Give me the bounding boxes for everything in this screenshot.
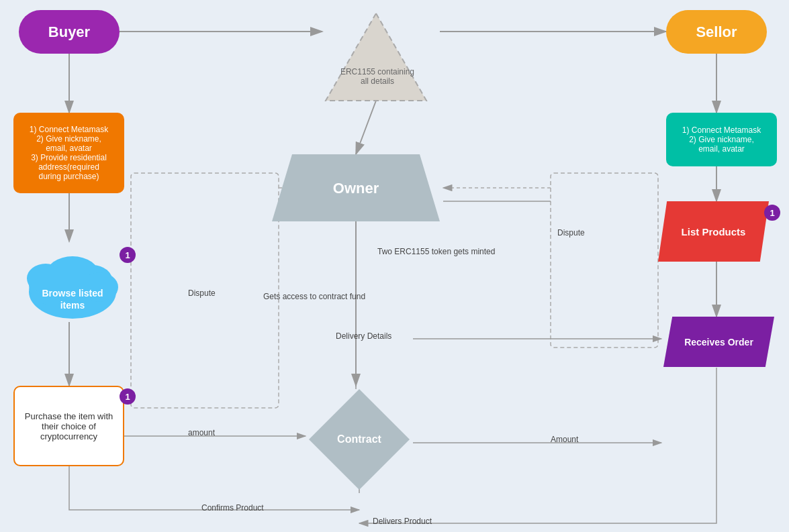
seller-info-text: 1) Connect Metamask 2) Give nickname, em…	[682, 125, 761, 154]
buyer-info-text: 1) Connect Metamask 2) Give nickname, em…	[30, 125, 108, 181]
dispute-right-label: Dispute	[557, 228, 585, 237]
purchase-text: Purchase the item with their choice of c…	[21, 411, 116, 441]
owner-shape: Owner	[272, 154, 440, 221]
two-erc-label: Two ERC1155 token gets minted	[377, 247, 495, 256]
receives-order-node: Receives Order	[663, 317, 774, 367]
buyer-info-box: 1) Connect Metamask 2) Give nickname, em…	[13, 113, 124, 193]
amount-right-label: Amount	[551, 435, 578, 444]
svg-text:items: items	[60, 300, 85, 311]
purchase-badge: 1	[120, 388, 136, 405]
list-products-badge: 1	[764, 205, 780, 221]
confirms-product-label: Confirms Product	[201, 503, 264, 513]
browse-cloud-shape: Browse listed items	[19, 242, 126, 322]
svg-text:Browse listed: Browse listed	[42, 288, 103, 299]
svg-marker-4	[326, 13, 426, 101]
seller-node: Sellor	[666, 10, 767, 54]
svg-rect-3	[551, 173, 658, 348]
erc-triangle	[322, 10, 430, 104]
buyer-node: Buyer	[19, 10, 120, 54]
list-products-node: List Products	[658, 201, 769, 262]
delivers-product-label: Delivers Product	[373, 517, 432, 526]
seller-info-box: 1) Connect Metamask 2) Give nickname, em…	[666, 113, 777, 166]
svg-text:Owner: Owner	[333, 180, 379, 197]
purchase-box: Purchase the item with their choice of c…	[13, 386, 124, 466]
amount-left-label: amount	[188, 428, 215, 437]
receives-order-label: Receives Order	[684, 337, 753, 348]
browse-badge: 1	[120, 247, 136, 263]
erc-text: ERC1155 containing all details	[340, 67, 414, 86]
diagram-container: { "buyer": { "label": "Buyer" }, "seller…	[0, 0, 789, 532]
svg-text:Contract: Contract	[337, 433, 381, 445]
seller-label: Sellor	[696, 23, 737, 41]
dispute-left-label: Dispute	[188, 288, 216, 298]
list-products-label: List Products	[682, 226, 746, 237]
delivery-details-label: Delivery Details	[336, 331, 391, 341]
contract-diamond: Contract	[306, 386, 413, 493]
erc-label: ERC1155 containing all details	[334, 67, 421, 86]
gets-access-label: Gets access to contract fund	[263, 292, 365, 301]
buyer-label: Buyer	[48, 23, 90, 41]
